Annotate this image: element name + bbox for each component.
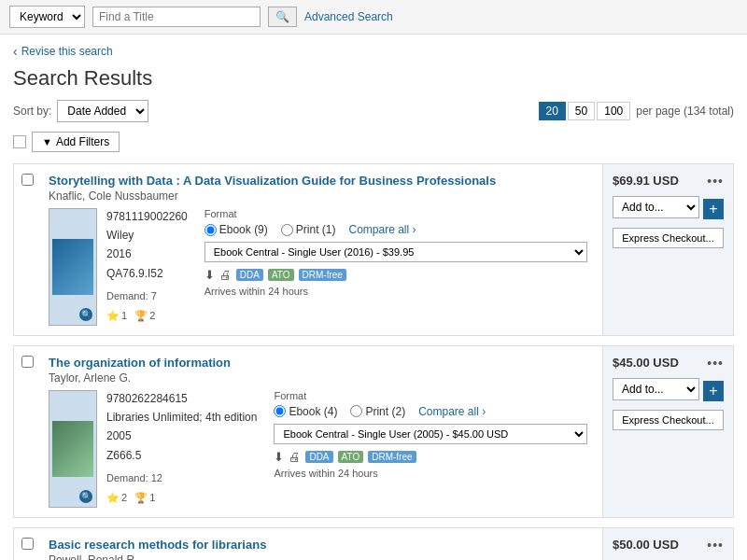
ebook-radio-1[interactable]: Ebook (9) bbox=[204, 223, 268, 236]
star-row-1: ⭐ 1 🏆 2 bbox=[106, 308, 188, 325]
badge-ato-1: ATO bbox=[268, 269, 294, 281]
add-plus-btn-1[interactable]: + bbox=[703, 199, 724, 219]
isbn-2: 9780262284615 bbox=[106, 390, 257, 408]
result-checkbox-3 bbox=[14, 528, 41, 560]
cover-search-icon-2: 🔍 bbox=[79, 490, 92, 503]
add-plus-btn-2[interactable]: + bbox=[703, 381, 724, 401]
result-body-2: 🔍 9780262284615 Libraries Unlimited; 4th… bbox=[49, 390, 595, 508]
result-item-3: Basic research methods for librarians Po… bbox=[13, 527, 734, 560]
search-button[interactable]: 🔍 bbox=[268, 7, 297, 27]
per-page-50[interactable]: 50 bbox=[568, 102, 595, 120]
print-icon-2: 🖨 bbox=[289, 450, 301, 464]
cover-art-2 bbox=[52, 421, 93, 477]
format-icons-2: ⬇ 🖨 DDA ATO DRM-free bbox=[274, 450, 587, 464]
format-select-2[interactable]: Ebook Central - Single User (2005) - $45… bbox=[274, 424, 587, 444]
format-label-2: Format bbox=[274, 390, 587, 401]
price-header-3: $50.00 USD ••• bbox=[613, 538, 724, 553]
express-checkout-btn-1[interactable]: Express Checkout... bbox=[613, 228, 724, 248]
result-author-2: Taylor, Arlene G. bbox=[49, 371, 595, 385]
print-radio-2[interactable]: Print (2) bbox=[350, 405, 405, 418]
select-all-checkbox[interactable] bbox=[13, 135, 26, 148]
result-main-1: Storytelling with Data : A Data Visualiz… bbox=[41, 164, 602, 335]
price-value-2: $45.00 USD bbox=[613, 356, 679, 371]
book-cover-1[interactable]: 🔍 bbox=[49, 208, 97, 326]
result-checkbox-2 bbox=[14, 346, 41, 517]
compare-all-2[interactable]: Compare all › bbox=[418, 405, 486, 418]
filters-bar: ▼ Add Filters bbox=[13, 132, 734, 152]
star-item-1b: 🏆 2 bbox=[134, 308, 155, 325]
advanced-search-link[interactable]: Advanced Search bbox=[304, 10, 393, 23]
add-to-row-1: Add to... + bbox=[613, 196, 724, 222]
book-meta-1: 9781119002260 Wiley 2016 QA76.9.I52 Dema… bbox=[106, 208, 188, 326]
sort-select[interactable]: Date Added bbox=[57, 100, 148, 122]
download-icon-1: ⬇ bbox=[204, 268, 215, 282]
result-price-1: $69.91 USD ••• Add to... + Express Check… bbox=[602, 164, 733, 335]
demand-2: Demand: 12 bbox=[106, 470, 257, 487]
per-page-20[interactable]: 20 bbox=[539, 102, 566, 120]
result-title-3[interactable]: Basic research methods for librarians bbox=[49, 538, 595, 552]
revise-search-link[interactable]: Revise this search bbox=[13, 44, 113, 59]
result-main-3: Basic research methods for librarians Po… bbox=[41, 528, 602, 560]
search-type-select[interactable]: Keyword bbox=[9, 6, 85, 28]
badge-dda-2: DDA bbox=[305, 451, 332, 463]
compare-all-1[interactable]: Compare all › bbox=[348, 223, 416, 236]
top-search-bar: Keyword 🔍 Advanced Search bbox=[0, 0, 747, 35]
item-checkbox-2[interactable] bbox=[21, 356, 34, 368]
main-content: Revise this search Search Results Sort b… bbox=[0, 35, 747, 560]
result-price-2: $45.00 USD ••• Add to... + Express Check… bbox=[602, 346, 733, 517]
item-checkbox-1[interactable] bbox=[21, 174, 34, 186]
badge-dda-1: DDA bbox=[236, 269, 263, 281]
per-page-label: per page (134 total) bbox=[636, 105, 734, 118]
badge-drm-2: DRM-free bbox=[368, 451, 416, 463]
format-options-1: Ebook (9) Print (1) Compare all › bbox=[204, 223, 587, 236]
result-item-2: The organization of information Taylor, … bbox=[13, 345, 734, 518]
call-number-2: Z666.5 bbox=[106, 447, 257, 465]
sort-left: Sort by: Date Added bbox=[13, 100, 148, 122]
result-checkbox-1 bbox=[14, 164, 41, 335]
result-author-3: Powell, Ronald R. bbox=[49, 553, 595, 560]
price-value-1: $69.91 USD bbox=[613, 174, 679, 189]
result-title-1[interactable]: Storytelling with Data : A Data Visualiz… bbox=[49, 174, 595, 188]
add-to-select-1[interactable]: Add to... bbox=[613, 196, 699, 218]
ebook-radio-2[interactable]: Ebook (4) bbox=[274, 405, 337, 418]
result-author-1: Knaflic, Cole Nussbaumer bbox=[49, 189, 595, 203]
result-price-3: $50.00 USD ••• Add to... + Express Check… bbox=[602, 528, 733, 560]
result-main-2: The organization of information Taylor, … bbox=[41, 346, 602, 517]
price-value-3: $50.00 USD bbox=[613, 538, 679, 553]
price-header-1: $69.91 USD ••• bbox=[613, 174, 724, 189]
book-cover-2[interactable]: 🔍 bbox=[49, 390, 97, 508]
book-meta-2: 9780262284615 Libraries Unlimited; 4th e… bbox=[106, 390, 257, 508]
add-filters-button[interactable]: ▼ Add Filters bbox=[32, 132, 120, 152]
format-select-1[interactable]: Ebook Central - Single User (2016) - $39… bbox=[204, 242, 587, 262]
more-options-btn-3[interactable]: ••• bbox=[707, 538, 724, 553]
add-to-row-2: Add to... + bbox=[613, 378, 724, 404]
search-input[interactable] bbox=[92, 7, 261, 27]
result-body-1: 🔍 9781119002260 Wiley 2016 QA76.9.I52 De… bbox=[49, 208, 595, 326]
sort-bar: Sort by: Date Added 20 50 100 per page (… bbox=[13, 100, 734, 122]
star-item-1a: ⭐ 1 bbox=[106, 308, 127, 325]
format-icons-1: ⬇ 🖨 DDA ATO DRM-free bbox=[204, 268, 587, 282]
format-label-1: Format bbox=[204, 208, 587, 219]
result-title-2[interactable]: The organization of information bbox=[49, 356, 595, 370]
more-options-btn-2[interactable]: ••• bbox=[707, 356, 724, 371]
add-to-select-2[interactable]: Add to... bbox=[613, 378, 699, 400]
star-row-2: ⭐ 2 🏆 1 bbox=[106, 490, 257, 507]
print-icon-1: 🖨 bbox=[219, 268, 232, 282]
price-header-2: $45.00 USD ••• bbox=[613, 356, 724, 371]
per-page-100[interactable]: 100 bbox=[597, 102, 630, 120]
arrives-text-2: Arrives within 24 hours bbox=[274, 468, 587, 479]
sort-label: Sort by: bbox=[13, 105, 51, 118]
express-checkout-btn-2[interactable]: Express Checkout... bbox=[613, 410, 724, 430]
star-item-2b: 🏆 1 bbox=[134, 490, 155, 507]
year-1: 2016 bbox=[106, 245, 188, 263]
more-options-btn-1[interactable]: ••• bbox=[707, 174, 724, 189]
publisher-1: Wiley bbox=[106, 227, 188, 245]
isbn-1: 9781119002260 bbox=[106, 208, 188, 226]
item-checkbox-3[interactable] bbox=[21, 538, 34, 550]
cover-art-1 bbox=[52, 239, 93, 295]
page-title: Search Results bbox=[13, 66, 734, 91]
badge-drm-1: DRM-free bbox=[299, 269, 346, 281]
per-page-controls: 20 50 100 per page (134 total) bbox=[539, 102, 735, 120]
result-format-2: Format Ebook (4) Print (2) Compare all ›… bbox=[266, 390, 595, 508]
print-radio-1[interactable]: Print (1) bbox=[281, 223, 336, 236]
